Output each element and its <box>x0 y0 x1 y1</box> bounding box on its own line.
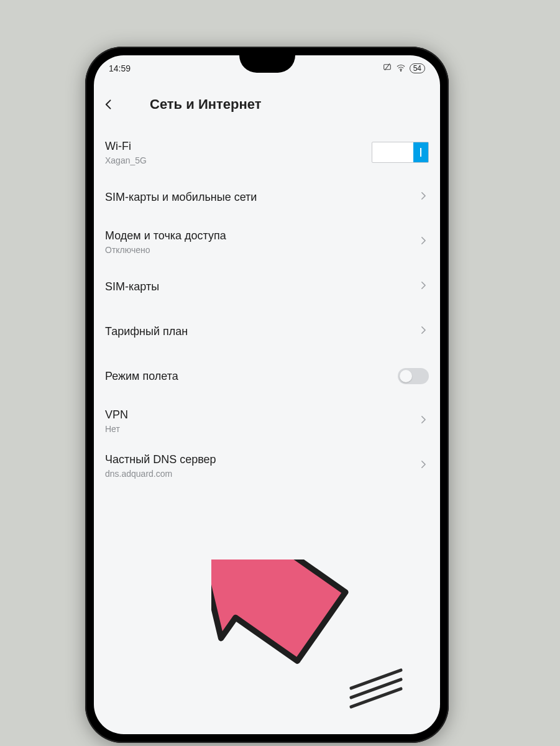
page-title: Сеть и Интернет <box>150 96 436 113</box>
row-wifi[interactable]: Wi-Fi Xagan_5G <box>105 130 429 175</box>
row-tariff[interactable]: Тарифный план <box>105 309 429 354</box>
phone-screen: 14:59 54 Сеть и Интернет Wi-Fi X <box>94 55 440 734</box>
row-tariff-title: Тарифный план <box>105 325 188 338</box>
settings-list: Wi-Fi Xagan_5G SIM-карты и мобильные сет… <box>94 127 440 488</box>
row-sim-cards-title: SIM-карты <box>105 280 159 293</box>
back-button[interactable] <box>98 93 120 116</box>
chevron-right-icon <box>418 190 429 204</box>
wifi-toggle[interactable] <box>372 142 429 163</box>
row-vpn[interactable]: VPN Нет <box>105 398 429 443</box>
row-wifi-title: Wi-Fi <box>105 140 147 153</box>
chevron-right-icon <box>418 414 429 428</box>
battery-indicator: 54 <box>410 63 425 73</box>
row-private-dns-title: Частный DNS сервер <box>105 453 216 466</box>
chevron-left-icon <box>103 98 115 111</box>
nosim-icon <box>382 63 392 75</box>
row-private-dns[interactable]: Частный DNS сервер dns.adquard.com <box>105 443 429 488</box>
row-tethering[interactable]: Модем и точка доступа Отключено <box>105 219 429 264</box>
phone-frame: 14:59 54 Сеть и Интернет Wi-Fi X <box>85 47 449 743</box>
chevron-right-icon <box>418 280 429 293</box>
row-private-dns-sub: dns.adquard.com <box>105 469 216 479</box>
row-wifi-sub: Xagan_5G <box>105 155 147 165</box>
airplane-toggle[interactable] <box>398 368 429 384</box>
row-airplane[interactable]: Режим полета <box>105 354 429 398</box>
row-vpn-title: VPN <box>105 408 128 421</box>
row-airplane-title: Режим полета <box>105 370 178 383</box>
status-time: 14:59 <box>109 63 131 73</box>
row-sim-networks[interactable]: SIM-карты и мобильные сети <box>105 175 429 219</box>
wifi-icon <box>396 63 406 75</box>
row-sim-cards[interactable]: SIM-карты <box>105 264 429 309</box>
chevron-right-icon <box>418 235 429 249</box>
row-vpn-sub: Нет <box>105 424 128 434</box>
row-tethering-sub: Отключено <box>105 245 226 255</box>
chevron-right-icon <box>418 325 429 338</box>
page-header: Сеть и Интернет <box>94 81 440 127</box>
status-icons: 54 <box>382 63 425 75</box>
row-sim-networks-title: SIM-карты и мобильные сети <box>105 191 257 204</box>
display-notch <box>239 55 295 73</box>
svg-point-2 <box>400 70 401 71</box>
row-tethering-title: Модем и точка доступа <box>105 229 226 242</box>
chevron-right-icon <box>418 459 429 472</box>
